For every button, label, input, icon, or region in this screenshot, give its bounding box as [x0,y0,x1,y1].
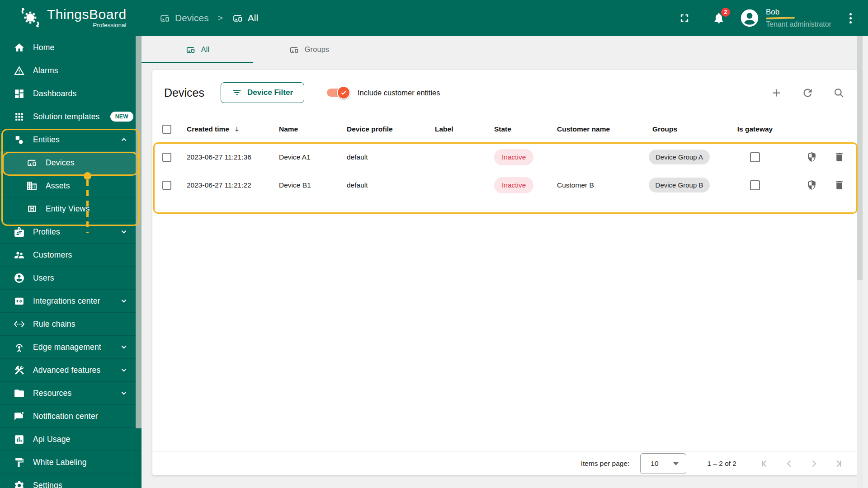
is-gateway-checkbox[interactable] [750,180,760,190]
column-header-groups[interactable]: Groups [631,125,728,133]
breadcrumb-all[interactable]: All [232,13,258,24]
first-page-button[interactable] [756,455,774,472]
cell-created-time: 2023-06-27 11:21:22 [181,181,274,189]
breadcrumb-devices[interactable]: Devices [159,13,209,24]
notifications-button[interactable]: 2 [712,12,725,24]
tab-bar: All Groups [142,36,868,63]
next-page-button[interactable] [805,455,822,472]
row-checkbox[interactable] [162,153,171,162]
include-customer-entities-toggle[interactable] [327,86,350,99]
items-per-page-label: Items per page: [581,460,630,468]
security-shield-button[interactable] [806,179,817,191]
sidebar-item-resources[interactable]: Resources [0,382,142,405]
chart-icon [14,434,25,445]
sidebar-item-api-usage[interactable]: Api Usage [0,428,142,451]
view-quilt-icon [26,203,38,215]
sidebar-item-home[interactable]: Home [0,36,142,59]
entities-shapes-icon [14,134,25,145]
sidebar-item-devices[interactable]: Devices [0,151,142,174]
tab-all[interactable]: All [142,36,253,63]
delete-button[interactable] [834,179,845,191]
chevron-up-icon [119,135,129,145]
breadcrumb-page-label: All [248,13,258,23]
column-header-created-time[interactable]: Created time [181,125,274,133]
table-row-device-b1[interactable]: 2023-06-27 11:21:22 Device B1 default In… [152,171,858,199]
sidebar-item-profiles[interactable]: Profiles [0,221,142,244]
sidebar-item-white-labeling[interactable]: White Labeling [0,451,142,474]
sidebar-item-alarms[interactable]: Alarms [0,59,142,82]
cell-customer-name: Customer B [547,181,631,189]
sidebar-item-solution-templates[interactable]: Solution templates NEW [0,105,142,128]
security-shield-button[interactable] [806,151,817,163]
sidebar-item-rule-chains[interactable]: Rule chains [0,313,142,336]
cell-name: Device B1 [274,181,341,189]
devices-icon [289,45,299,55]
chevron-down-icon [119,227,129,237]
column-header-label[interactable]: Label [429,125,479,133]
paint-roller-icon [14,457,25,468]
last-page-button[interactable] [830,455,847,472]
user-menu[interactable]: Bob Tenant administrator [766,8,831,28]
sidebar-item-settings[interactable]: Settings [0,474,142,488]
sidebar-item-assets[interactable]: Assets [0,174,142,197]
devices-icon [232,13,243,24]
app-logo[interactable]: ThingsBoard Professional [19,6,127,29]
status-badge-inactive: Inactive [494,177,533,193]
add-device-button[interactable] [770,87,783,99]
account-circle-icon [14,272,25,284]
last-page-icon [832,458,844,469]
cell-name: Device A1 [274,153,341,161]
table-toolbar: Devices Device Filter Include customer e… [152,70,858,115]
previous-page-button[interactable] [781,455,798,472]
group-chip[interactable]: Device Group B [649,178,710,192]
page-size-select[interactable]: 10 [640,453,686,474]
column-header-is-gateway[interactable]: Is gateway [737,125,773,133]
sidebar-item-edge-management[interactable]: Edge management [0,336,142,359]
sidebar-item-customers[interactable]: Customers [0,244,142,267]
chevron-right-icon [808,458,820,469]
chevron-down-icon [119,296,129,306]
sidebar-item-notification-center[interactable]: Notification center [0,405,142,428]
more-menu-button[interactable] [848,11,854,25]
row-checkbox[interactable] [162,181,171,190]
sidebar-item-label: Solution templates [33,112,100,122]
sidebar-item-label: Devices [46,158,75,168]
delete-button[interactable] [834,151,845,163]
tools-icon [14,365,25,376]
group-chip[interactable]: Device Group A [649,150,710,164]
dashboard-icon [14,88,25,99]
is-gateway-checkbox[interactable] [750,152,760,162]
column-header-name[interactable]: Name [274,125,341,133]
chevron-left-icon [783,458,795,469]
column-header-state[interactable]: State [479,125,547,133]
search-button[interactable] [833,87,845,99]
tab-all-label: All [201,46,210,54]
sidebar-item-label: Profiles [33,227,60,237]
include-customer-entities-label: Include customer entities [358,89,440,97]
fullscreen-button[interactable] [678,12,691,24]
column-header-device-profile[interactable]: Device profile [341,125,429,133]
sidebar-item-integrations-center[interactable]: Integrations center [0,290,142,313]
page-scrollbar-thumb[interactable] [857,36,863,280]
chevron-down-icon [673,462,679,465]
sidebar-item-users[interactable]: Users [0,267,142,290]
breadcrumb-separator: > [216,13,225,23]
sidebar-item-label: Users [33,273,54,283]
select-all-checkbox[interactable] [162,125,171,134]
column-header-customer-name[interactable]: Customer name [547,125,631,133]
avatar[interactable] [740,8,760,28]
page-scrollbar[interactable] [857,36,863,488]
devices-icon [159,13,170,24]
device-filter-button[interactable]: Device Filter [221,82,304,103]
home-icon [14,42,25,53]
sidebar-item-advanced-features[interactable]: Advanced features [0,359,142,382]
sidebar-item-entities[interactable]: Entities [0,128,142,151]
sidebar: Home Alarms Dashboards Solution template… [0,36,142,488]
table-row-device-a1[interactable]: 2023-06-27 11:21:36 Device A1 default In… [152,143,858,171]
thingsboard-logo-icon [19,6,42,29]
tab-groups[interactable]: Groups [253,36,365,63]
filter-icon [232,88,242,98]
sidebar-item-dashboards[interactable]: Dashboards [0,82,142,105]
refresh-button[interactable] [802,87,814,99]
sidebar-item-entity-views[interactable]: Entity Views [0,197,142,221]
